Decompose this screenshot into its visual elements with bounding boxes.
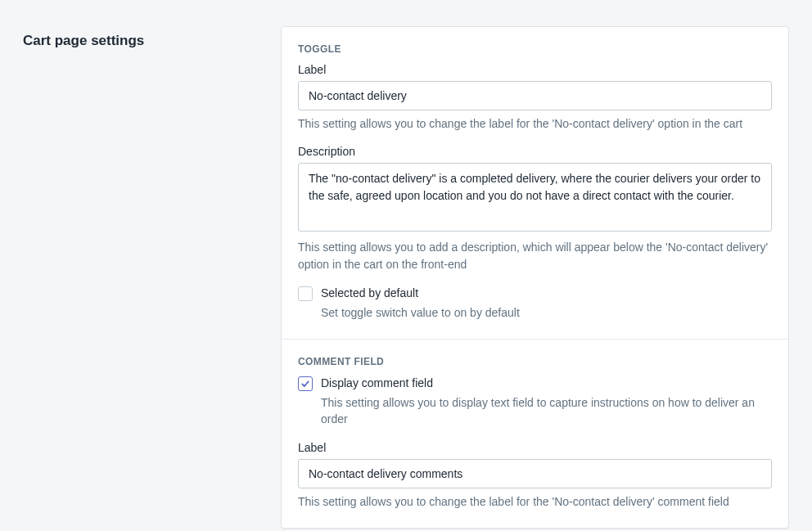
comment-field-section: Comment field Display comment field This…: [282, 339, 788, 528]
toggle-section: Toggle Label This setting allows you to …: [282, 27, 788, 339]
settings-card: Toggle Label This setting allows you to …: [281, 26, 789, 529]
toggle-description-help: This setting allows you to add a descrip…: [298, 239, 772, 272]
toggle-label-input[interactable]: [298, 81, 772, 110]
selected-by-default-checkbox[interactable]: [298, 286, 313, 301]
selected-by-default-help: Set toggle switch value to on by default: [321, 304, 772, 321]
display-comment-field: Display comment field This setting allow…: [298, 376, 772, 427]
page-title: Cart page settings: [23, 33, 264, 49]
toggle-default-field: Selected by default Set toggle switch va…: [298, 286, 772, 321]
comment-label-field: Label This setting allows you to change …: [298, 441, 772, 510]
toggle-section-header: Toggle: [298, 43, 772, 55]
display-comment-field-checkbox[interactable]: [298, 376, 313, 391]
toggle-label-help: This setting allows you to change the la…: [298, 115, 772, 132]
toggle-description-label: Description: [298, 145, 772, 158]
toggle-label-label: Label: [298, 63, 772, 76]
toggle-description-field: Description This setting allows you to a…: [298, 145, 772, 272]
selected-by-default-label: Selected by default: [321, 286, 772, 301]
comment-section-header: Comment field: [298, 356, 772, 367]
checkmark-icon: [300, 379, 310, 389]
display-comment-field-help: This setting allows you to display text …: [321, 394, 772, 428]
display-comment-field-label: Display comment field: [321, 376, 772, 391]
comment-label-help: This setting allows you to change the la…: [298, 493, 772, 510]
cart-page-settings-region: Cart page settings Toggle Label This set…: [0, 0, 812, 531]
comment-label-label: Label: [298, 441, 772, 454]
toggle-description-textarea[interactable]: [298, 163, 772, 232]
toggle-label-field: Label This setting allows you to change …: [298, 63, 772, 132]
comment-label-input[interactable]: [298, 459, 772, 488]
settings-sidebar: Cart page settings: [23, 26, 264, 49]
